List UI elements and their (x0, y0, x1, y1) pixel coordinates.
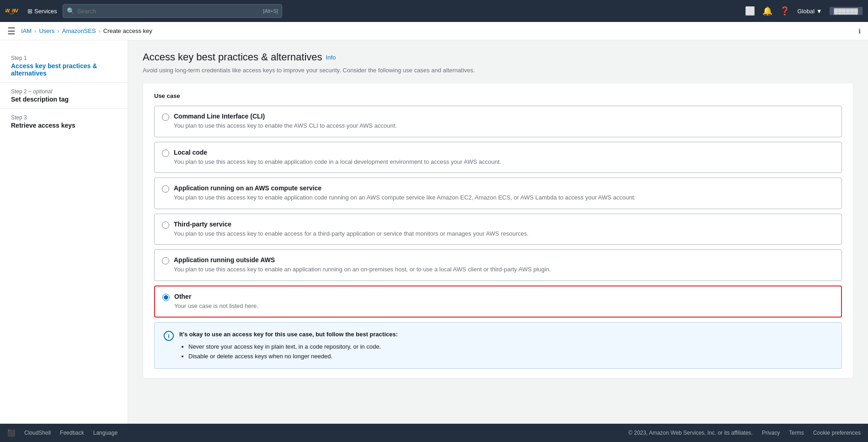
option-outside-aws-row: Application running outside AWS You plan… (162, 256, 834, 274)
search-icon: 🔍 (67, 7, 75, 15)
global-selector[interactable]: Global ▼ (797, 8, 822, 15)
search-input[interactable] (77, 8, 263, 15)
step-3-label: Step 3 (11, 114, 117, 121)
step-3-title: Retrieve access keys (11, 122, 117, 129)
search-shortcut: [Alt+S] (263, 8, 278, 14)
svg-text:i: i (168, 333, 170, 340)
use-case-card: Use case Command Line Interface (CLI) Yo… (143, 83, 853, 378)
footer-privacy[interactable]: Privacy (762, 430, 780, 436)
option-local-title: Local code (174, 149, 501, 156)
terminal-icon[interactable]: ⬜ (745, 6, 755, 16)
option-other-desc: Your use case is not listed here. (174, 302, 258, 311)
option-third-party-desc: You plan to use this access key to enabl… (174, 229, 529, 238)
info-link[interactable]: Info (326, 54, 336, 61)
page-title: Access key best practices & alternatives (143, 51, 322, 63)
aws-logo[interactable] (5, 5, 22, 17)
option-local[interactable]: Local code You plan to use this access k… (154, 142, 842, 173)
option-cli-row: Command Line Interface (CLI) You plan to… (162, 113, 834, 130)
option-local-text: Local code You plan to use this access k… (174, 149, 501, 167)
option-aws-compute-desc: You plan to use this access key to enabl… (174, 193, 636, 202)
top-nav: ⊞ Services 🔍 [Alt+S] ⬜ 🔔 ❓ Global ▼ ▓▓▓▓… (0, 0, 868, 22)
search-bar[interactable]: 🔍 [Alt+S] (63, 4, 282, 18)
option-other-radio[interactable] (162, 294, 170, 302)
option-third-party[interactable]: Third-party service You plan to use this… (154, 214, 842, 245)
sidebar-step-1: Step 1 Access key best practices & alter… (0, 49, 128, 83)
info-box-title: It's okay to use an access key for this … (179, 331, 398, 338)
hamburger-menu[interactable]: ☰ (7, 26, 16, 37)
option-local-row: Local code You plan to use this access k… (162, 149, 834, 167)
option-local-radio[interactable] (162, 150, 169, 158)
breadcrumb-sep-2: › (57, 27, 59, 34)
services-label: Services (34, 8, 57, 15)
step-2-title: Set description tag (11, 96, 117, 103)
step-2-label: Step 2 – optional (11, 88, 117, 95)
option-cli[interactable]: Command Line Interface (CLI) You plan to… (154, 106, 842, 137)
option-other-text: Other Your use case is not listed here. (174, 293, 258, 311)
option-outside-aws-title: Application running outside AWS (174, 256, 551, 264)
option-cli-text: Command Line Interface (CLI) You plan to… (174, 113, 397, 130)
breadcrumb-sep-1: › (34, 27, 36, 34)
breadcrumb-iam[interactable]: IAM (21, 27, 32, 34)
step-1-label: Step 1 (11, 55, 117, 61)
info-box-icon: i (164, 331, 174, 343)
breadcrumb-current: Create access key (103, 27, 152, 34)
info-box-content: It's okay to use an access key for this … (179, 330, 398, 361)
sidebar: Step 1 Access key best practices & alter… (0, 40, 128, 424)
option-local-desc: You plan to use this access key to enabl… (174, 157, 501, 167)
option-aws-compute-title: Application running on an AWS compute se… (174, 184, 636, 192)
page-subtitle: Avoid using long-term credentials like a… (143, 67, 853, 74)
sidebar-step-3: Step 3 Retrieve access keys (0, 109, 128, 135)
option-third-party-row: Third-party service You plan to use this… (162, 221, 834, 238)
step-1-title: Access key best practices & alternatives (11, 62, 117, 77)
footer-copyright: © 2023, Amazon Web Services, Inc. or its… (628, 430, 753, 436)
nav-right: ⬜ 🔔 ❓ Global ▼ ▓▓▓▓▓▓ (745, 6, 863, 16)
option-aws-compute[interactable]: Application running on an AWS compute se… (154, 178, 842, 209)
info-box-bullets: Never store your access key in plain tex… (188, 342, 398, 361)
option-third-party-radio[interactable] (162, 221, 169, 230)
page-info-icon[interactable]: ℹ (858, 27, 861, 35)
best-practices-info-box: i It's okay to use an access key for thi… (154, 322, 842, 369)
option-aws-compute-text: Application running on an AWS compute se… (174, 184, 636, 202)
breadcrumb-users[interactable]: Users (39, 27, 54, 34)
option-outside-aws-radio[interactable] (162, 257, 169, 266)
second-nav: ☰ IAM › Users › AmazonSES › Create acces… (0, 22, 868, 40)
option-other-title: Other (174, 293, 258, 300)
breadcrumb-sep-3: › (98, 27, 100, 34)
footer-cloudshell-icon: ⬛ (7, 429, 15, 437)
grid-icon: ⊞ (27, 8, 32, 15)
option-third-party-title: Third-party service (174, 221, 529, 228)
option-cli-desc: You plan to use this access key to enabl… (174, 121, 397, 130)
footer-language[interactable]: Language (93, 430, 118, 436)
option-outside-aws[interactable]: Application running outside AWS You plan… (154, 249, 842, 281)
footer-cookie-preferences[interactable]: Cookie preferences (813, 430, 861, 436)
main-layout: Step 1 Access key best practices & alter… (0, 40, 868, 424)
services-menu[interactable]: ⊞ Services (27, 8, 57, 15)
footer-feedback[interactable]: Feedback (60, 430, 84, 436)
option-aws-compute-radio[interactable] (162, 185, 169, 194)
option-other-row: Other Your use case is not listed here. (162, 293, 834, 311)
option-cli-radio[interactable] (162, 113, 169, 122)
bell-icon[interactable]: 🔔 (762, 6, 772, 16)
account-menu[interactable]: ▓▓▓▓▓▓ (830, 7, 863, 15)
footer: ⬛ CloudShell Feedback Language © 2023, A… (0, 424, 868, 442)
main-content: Access key best practices & alternatives… (128, 40, 868, 424)
step-2-optional: optional (33, 88, 52, 95)
info-box-bullet-1: Never store your access key in plain tex… (188, 342, 398, 352)
info-box-bullet-2: Disable or delete access keys when no lo… (188, 352, 398, 361)
footer-cloudshell[interactable]: CloudShell (24, 430, 51, 436)
option-other[interactable]: Other Your use case is not listed here. (154, 286, 842, 318)
sidebar-step-2: Step 2 – optional Set description tag (0, 83, 128, 109)
breadcrumb: IAM › Users › AmazonSES › Create access … (21, 27, 152, 34)
option-aws-compute-row: Application running on an AWS compute se… (162, 184, 834, 202)
breadcrumb-amazonses[interactable]: AmazonSES (62, 27, 96, 34)
option-outside-aws-text: Application running outside AWS You plan… (174, 256, 551, 274)
use-case-label: Use case (154, 92, 842, 99)
option-outside-aws-desc: You plan to use this access key to enabl… (174, 265, 551, 274)
footer-right: © 2023, Amazon Web Services, Inc. or its… (628, 430, 861, 436)
page-title-row: Access key best practices & alternatives… (143, 51, 853, 63)
footer-terms[interactable]: Terms (789, 430, 804, 436)
help-icon[interactable]: ❓ (780, 6, 790, 16)
option-cli-title: Command Line Interface (CLI) (174, 113, 397, 120)
option-third-party-text: Third-party service You plan to use this… (174, 221, 529, 238)
